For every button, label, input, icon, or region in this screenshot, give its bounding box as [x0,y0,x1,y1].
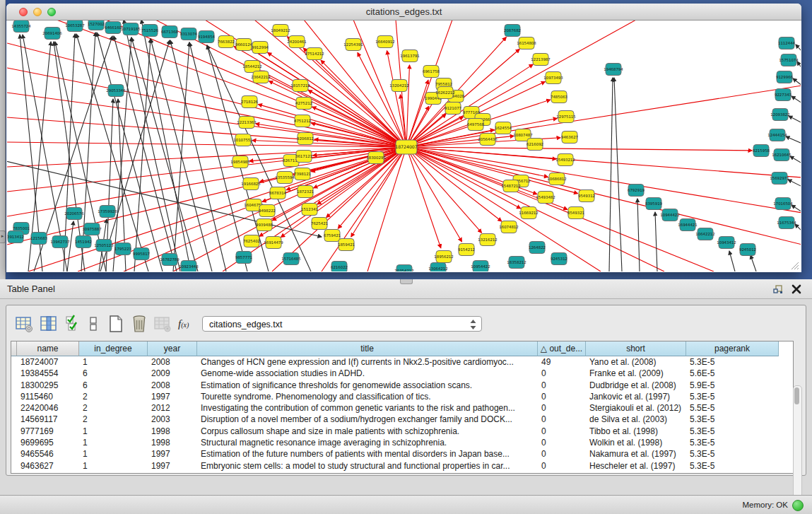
network-graph[interactable]: 1435572420691406106532871527002646616010… [7,21,801,271]
graph-edge[interactable] [141,21,191,271]
selection-mode-icon[interactable] [65,315,81,333]
graph-edge[interactable] [406,147,752,151]
graph-edge[interactable] [406,147,481,233]
column-header-title[interactable]: title [197,341,538,356]
graph-edge[interactable] [252,49,406,147]
graph-edge[interactable] [751,255,756,271]
table-corner-gutter [11,341,17,356]
row-height-icon[interactable] [88,315,98,333]
graph-edge[interactable] [406,147,801,213]
graph-edge[interactable] [7,147,406,167]
graph-edge[interactable] [614,78,622,271]
table-row[interactable]: 969969511998Structural magnetic resonanc… [11,437,793,448]
graph-node-label: 7515526 [141,28,159,33]
graph-edge[interactable] [134,39,151,271]
graph-node-label: 4275212 [295,101,312,105]
collapsed-panel-tab[interactable]: ▸ [0,230,6,243]
graph-node-label: 18049212 [271,28,290,33]
graph-edge[interactable] [113,37,131,271]
column-header-pagerank[interactable]: pagerank [686,341,779,356]
graph-node-label: 6216022 [331,265,348,269]
table-row[interactable]: 1938455462009Genome-wide association stu… [11,368,793,379]
graph-edge[interactable] [406,147,502,221]
splitter-handle[interactable] [400,279,413,284]
graph-node-label: 13535594 [275,175,295,180]
table-row[interactable]: 977716911998Corpus callosum shape and si… [11,426,793,437]
graph-edge[interactable] [637,199,640,271]
graph-edge[interactable] [786,136,801,144]
table-row[interactable]: 1830029562008Estimation of significance … [11,380,793,391]
graph-edge[interactable] [796,45,801,52]
graph-node-label: 20206576 [64,211,84,216]
table-cell: 0 [538,380,586,391]
resize-grip-icon[interactable] [789,260,799,270]
table-settings-icon[interactable] [15,315,33,333]
attribute-table: namein_degreeyeartitle△ out_de...shortpa… [11,341,794,474]
graph-edge[interactable] [609,78,613,271]
network-canvas[interactable]: 1435572420691406106532871527002646616010… [7,21,801,271]
graph-edge[interactable] [367,147,406,271]
table-cell: 9699695 [17,437,79,448]
column-header-year[interactable]: year [148,341,197,356]
table-cell: 0 [538,368,586,379]
graph-edge[interactable] [406,147,801,245]
table-row[interactable]: 1456911722003Disruption of a novel membe… [11,414,793,425]
graph-node-label: 6759421 [324,233,341,238]
graph-edge[interactable] [797,62,801,69]
table-cell: 1998 [148,426,197,437]
graph-edge[interactable] [7,68,406,147]
window-titlebar[interactable]: citations_edges.txt [6,4,801,21]
table-cell: 1997 [148,448,197,460]
function-builder-icon[interactable]: f(x) [178,315,201,333]
graph-edge[interactable] [387,51,406,147]
show-columns-icon[interactable] [40,315,58,333]
graph-edge[interactable] [114,36,177,271]
graph-node-label: 9227343 [775,93,792,97]
column-header-name[interactable]: name [17,341,79,356]
column-header-out_de[interactable]: △ out_de... [538,341,586,356]
table-scrollbar-thumb[interactable] [794,387,799,404]
graph-node-label: 15493212 [555,158,575,162]
graph-edge[interactable] [795,224,801,231]
table-cell: 5.9E-5 [686,380,779,391]
graph-edge[interactable] [655,212,657,271]
graph-node-label: 18358212 [507,260,526,264]
float-panel-icon[interactable] [772,284,784,295]
column-header-short[interactable]: short [586,341,686,356]
graph-edge[interactable] [269,81,406,147]
graph-edge[interactable] [788,180,801,187]
dropdown-arrows-icon [469,319,477,330]
graph-edge[interactable] [97,33,163,271]
table-selector-dropdown[interactable]: citations_edges.txt [202,316,482,332]
close-panel-icon[interactable] [791,284,802,295]
table-cell: Franke et al. (2009) [586,368,686,379]
table-cell: Changes of HCN gene expression and I(f) … [197,356,538,368]
graph-node-label: 7955812 [435,82,452,86]
graph-edge[interactable] [131,37,198,271]
graph-edge[interactable] [792,96,801,103]
memory-status-indicator[interactable] [792,500,804,511]
table-panel-title: Table Panel [7,284,55,294]
graph-edge[interactable] [173,42,189,271]
graph-node-label: 9912994 [252,45,269,49]
graph-node-label: 18724007 [395,144,418,149]
graph-edge[interactable] [789,116,801,123]
graph-edge[interactable] [268,52,406,147]
table-row[interactable]: 946362711997Embryonic stem cells: a mode… [11,460,793,472]
graph-node-label: 7485063 [551,95,567,99]
table-row[interactable]: 1872400712008Changes of HCN gene express… [11,356,793,368]
graph-edge[interactable] [321,60,406,147]
graph-edge[interactable] [406,65,409,147]
graph-node-label: 16210645 [772,153,791,157]
column-header-in_degree[interactable]: in_degree [79,341,148,356]
create-table-icon[interactable] [107,315,125,333]
table-row[interactable]: 911546021997Tourette syndrome. Phenomeno… [11,391,793,402]
graph-edge[interactable] [729,251,735,271]
delete-trash-icon[interactable] [130,315,148,333]
table-scrollbar[interactable] [793,385,802,501]
graph-edge[interactable] [793,78,801,86]
graph-edge[interactable] [790,156,801,163]
table-row[interactable]: 946554611997Estimation of the future num… [11,448,793,460]
table-body: 1872400712008Changes of HCN gene express… [11,356,793,472]
table-row[interactable]: 2242004622012Investigating the contribut… [11,402,793,414]
